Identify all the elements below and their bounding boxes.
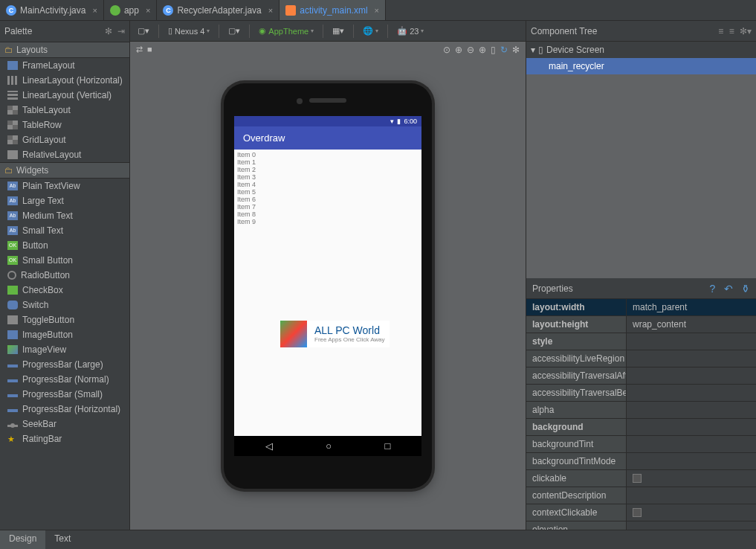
property-value[interactable] <box>627 436 756 452</box>
property-value[interactable] <box>627 419 756 435</box>
config-icon[interactable]: ▦▾ <box>329 25 347 37</box>
expand-icon[interactable]: ≡ <box>718 26 723 36</box>
palette-item[interactable]: Switch <box>0 298 129 312</box>
property-row[interactable]: contentDescription <box>526 487 756 504</box>
settings-icon[interactable]: ✻ <box>512 45 520 55</box>
palette-item[interactable]: ProgressBar (Small) <box>0 387 129 402</box>
filter-icon[interactable]: ⚱ <box>741 283 750 295</box>
property-row[interactable]: layout:heightwrap_content <box>526 316 756 333</box>
list-item: Item 2 <box>236 166 420 173</box>
checkbox-icon[interactable] <box>633 508 642 517</box>
close-icon[interactable]: × <box>268 6 273 15</box>
palette-item[interactable]: LinearLayout (Horizontal) <box>0 73 129 88</box>
viewport-icon[interactable]: ▢▾ <box>135 25 152 37</box>
palette-group-layouts[interactable]: 🗀Layouts <box>0 42 129 58</box>
property-value[interactable] <box>627 385 756 401</box>
property-row[interactable]: accessibilityTraversalBefore <box>526 385 756 402</box>
tree-node-device[interactable]: ▾ ▯ Device Screen <box>526 42 756 58</box>
list-item: Item 9 <box>236 218 420 225</box>
gear-icon[interactable]: ✻ <box>105 26 112 36</box>
palette-group-widgets[interactable]: 🗀Widgets <box>0 162 129 179</box>
property-value[interactable] <box>627 504 756 521</box>
palette-item[interactable]: LinearLayout (Vertical) <box>0 88 129 103</box>
palette-item[interactable]: FrameLayout <box>0 58 129 73</box>
property-value[interactable] <box>627 487 756 504</box>
palette-item[interactable]: ImageView <box>0 342 129 357</box>
palette-item[interactable]: AbSmall Text <box>0 223 129 238</box>
palette-item[interactable]: GridLayout <box>0 132 129 147</box>
property-row[interactable]: accessibilityLiveRegion <box>526 350 756 367</box>
palette-item[interactable]: AbMedium Text <box>0 208 129 223</box>
palette-item[interactable]: RadioButton <box>0 268 129 283</box>
api-selector[interactable]: 🤖 23 <box>394 25 427 37</box>
help-icon[interactable]: ? <box>710 283 716 295</box>
property-value[interactable] <box>627 402 756 418</box>
tree-node-recycler[interactable]: main_recycler <box>526 58 756 74</box>
palette-item[interactable]: ToggleButton <box>0 312 129 327</box>
palette-item[interactable]: SeekBar <box>0 417 129 431</box>
close-icon[interactable]: × <box>375 6 379 15</box>
checkbox-icon[interactable] <box>633 474 642 483</box>
tab-text[interactable]: Text <box>45 530 80 549</box>
palette-item[interactable]: TableLayout <box>0 103 129 118</box>
palette-item[interactable]: ProgressBar (Horizontal) <box>0 402 129 417</box>
property-row[interactable]: clickable <box>526 470 756 487</box>
property-value[interactable] <box>627 521 756 530</box>
collapse-icon[interactable]: ≡ <box>729 26 734 36</box>
zoom-fit-icon[interactable]: ⊕ <box>455 45 462 55</box>
property-value[interactable] <box>627 470 756 487</box>
property-row[interactable]: style <box>526 333 756 350</box>
property-row[interactable]: backgroundTint <box>526 436 756 453</box>
pan-icon[interactable]: ▯ <box>491 45 496 55</box>
tab-mainactivity[interactable]: C MainActivity.java × <box>0 0 104 20</box>
expand-arrow-icon[interactable]: ▾ <box>531 45 535 55</box>
undo-icon[interactable]: ↶ <box>724 283 733 295</box>
zoom-actual-icon[interactable]: ⊙ <box>443 45 450 55</box>
zoom-in-icon[interactable]: ⊕ <box>479 45 486 55</box>
property-row[interactable]: alpha <box>526 402 756 419</box>
property-row[interactable]: layout:widthmatch_parent <box>526 299 756 316</box>
close-icon[interactable]: × <box>92 6 97 15</box>
orientation-icon[interactable]: ▢▾ <box>225 25 243 37</box>
palette-item[interactable]: OKSmall Button <box>0 253 129 268</box>
toggle-view-icon[interactable]: ⇄ <box>136 45 143 54</box>
palette-item[interactable]: ProgressBar (Large) <box>0 357 129 372</box>
property-value[interactable] <box>627 453 756 469</box>
property-row[interactable]: background <box>526 419 756 436</box>
property-row[interactable]: backgroundTintMode <box>526 453 756 470</box>
zoom-out-icon[interactable]: ⊖ <box>467 45 474 55</box>
refresh-icon[interactable]: ↻ <box>500 45 508 55</box>
property-row[interactable]: accessibilityTraversalAfter <box>526 367 756 385</box>
device-selector[interactable]: ▯ Nexus 4 <box>165 25 213 37</box>
phone-icon: ▯ <box>168 26 172 36</box>
gear-icon[interactable]: ✻▾ <box>740 26 752 36</box>
collapse-icon[interactable]: ⇥ <box>117 26 125 36</box>
palette-item[interactable]: CheckBox <box>0 283 129 298</box>
tab-recycleradapter[interactable]: C RecyclerAdapter.java × <box>157 0 280 20</box>
palette-item[interactable]: ProgressBar (Normal) <box>0 372 129 387</box>
palette-item[interactable]: RelativeLayout <box>0 147 129 162</box>
tab-design[interactable]: Design <box>0 530 45 549</box>
property-value[interactable]: wrap_content <box>627 316 756 333</box>
tab-app[interactable]: app × <box>104 0 157 20</box>
property-row[interactable]: contextClickable <box>526 504 756 521</box>
property-value[interactable] <box>627 333 756 350</box>
palette-item[interactable]: OKButton <box>0 238 129 253</box>
locale-selector[interactable]: 🌐 <box>360 25 381 37</box>
property-value[interactable] <box>627 367 756 384</box>
theme-selector[interactable]: ◉ AppTheme <box>256 25 317 37</box>
close-icon[interactable]: × <box>146 6 150 15</box>
palette-item[interactable]: ImageButton <box>0 327 129 342</box>
tab-activity-main[interactable]: activity_main.xml × <box>280 0 386 20</box>
blueprint-icon[interactable]: ■ <box>147 45 152 54</box>
palette-item[interactable]: ★RatingBar <box>0 431 129 446</box>
property-row[interactable]: elevation <box>526 521 756 530</box>
property-value[interactable]: match_parent <box>627 299 756 315</box>
palette-item-label: TableLayout <box>22 105 71 115</box>
property-value[interactable] <box>627 350 756 367</box>
palette-item[interactable]: AbLarge Text <box>0 193 129 208</box>
palette-item-label: Button <box>22 240 48 251</box>
palette-item[interactable]: AbPlain TextView <box>0 179 129 193</box>
design-canvas[interactable]: ⇄ ■ ⊙ ⊕ ⊖ ⊕ ▯ ↻ ✻ ▾ ▮ 6:00 <box>130 42 526 530</box>
palette-item[interactable]: TableRow <box>0 118 129 132</box>
